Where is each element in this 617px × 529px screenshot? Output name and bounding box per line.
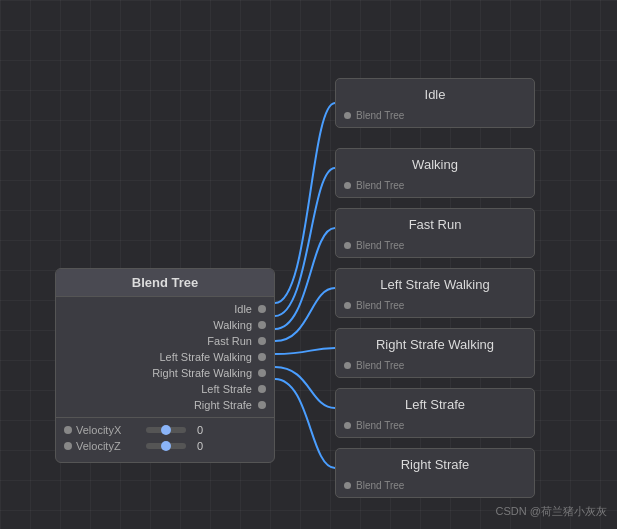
dot-walking-sub bbox=[344, 182, 351, 189]
input-velocityz[interactable]: VelocityZ 0 bbox=[64, 440, 266, 452]
dot-ls-sub bbox=[344, 422, 351, 429]
blend-tree-node[interactable]: Blend Tree Idle Walking Fast Run Left St… bbox=[55, 268, 275, 463]
node-rs-sub: Blend Tree bbox=[336, 478, 534, 497]
output-dot-lsw bbox=[258, 353, 266, 361]
watermark: CSDN @荷兰猪小灰灰 bbox=[496, 504, 607, 519]
label-velocityz: VelocityZ bbox=[76, 440, 146, 452]
node-idle-sub: Blend Tree bbox=[336, 108, 534, 127]
output-dot-idle bbox=[258, 305, 266, 313]
value-velocityz: 0 bbox=[190, 440, 210, 452]
node-ls-title: Left Strafe bbox=[336, 389, 534, 418]
output-idle: Idle bbox=[56, 301, 274, 317]
blend-tree-title: Blend Tree bbox=[56, 269, 274, 297]
slider-velocityx[interactable] bbox=[146, 427, 186, 433]
dot-fastrun-sub bbox=[344, 242, 351, 249]
output-left-strafe: Left Strafe bbox=[56, 381, 274, 397]
node-lsw-title: Left Strafe Walking bbox=[336, 269, 534, 298]
node-ls-sub: Blend Tree bbox=[336, 418, 534, 437]
dot-lsw-sub bbox=[344, 302, 351, 309]
node-fastrun-sub: Blend Tree bbox=[336, 238, 534, 257]
node-rsw-title: Right Strafe Walking bbox=[336, 329, 534, 358]
output-walking: Walking bbox=[56, 317, 274, 333]
node-idle[interactable]: Idle Blend Tree bbox=[335, 78, 535, 128]
node-right-strafe-walking[interactable]: Right Strafe Walking Blend Tree bbox=[335, 328, 535, 378]
output-right-strafe-walking: Right Strafe Walking bbox=[56, 365, 274, 381]
dot-velocityz bbox=[64, 442, 72, 450]
node-idle-title: Idle bbox=[336, 79, 534, 108]
node-fastrun[interactable]: Fast Run Blend Tree bbox=[335, 208, 535, 258]
output-dot-walking bbox=[258, 321, 266, 329]
output-dot-fastrun bbox=[258, 337, 266, 345]
node-left-strafe[interactable]: Left Strafe Blend Tree bbox=[335, 388, 535, 438]
output-left-strafe-walking: Left Strafe Walking bbox=[56, 349, 274, 365]
value-velocityx: 0 bbox=[190, 424, 210, 436]
dot-idle-sub bbox=[344, 112, 351, 119]
dot-velocityx bbox=[64, 426, 72, 434]
slider-velocityz[interactable] bbox=[146, 443, 186, 449]
label-velocityx: VelocityX bbox=[76, 424, 146, 436]
output-dot-rs bbox=[258, 401, 266, 409]
node-rs-title: Right Strafe bbox=[336, 449, 534, 478]
node-walking[interactable]: Walking Blend Tree bbox=[335, 148, 535, 198]
node-right-strafe[interactable]: Right Strafe Blend Tree bbox=[335, 448, 535, 498]
output-dot-ls bbox=[258, 385, 266, 393]
dot-rs-sub bbox=[344, 482, 351, 489]
node-left-strafe-walking[interactable]: Left Strafe Walking Blend Tree bbox=[335, 268, 535, 318]
node-walking-sub: Blend Tree bbox=[336, 178, 534, 197]
slider-thumb-velocityx bbox=[161, 425, 171, 435]
node-rsw-sub: Blend Tree bbox=[336, 358, 534, 377]
input-velocityx[interactable]: VelocityX 0 bbox=[64, 424, 266, 436]
output-right-strafe: Right Strafe bbox=[56, 397, 274, 413]
node-walking-title: Walking bbox=[336, 149, 534, 178]
dot-rsw-sub bbox=[344, 362, 351, 369]
blend-tree-outputs: Idle Walking Fast Run Left Strafe Walkin… bbox=[56, 297, 274, 417]
slider-thumb-velocityz bbox=[161, 441, 171, 451]
output-fastrun: Fast Run bbox=[56, 333, 274, 349]
node-fastrun-title: Fast Run bbox=[336, 209, 534, 238]
output-dot-rsw bbox=[258, 369, 266, 377]
node-lsw-sub: Blend Tree bbox=[336, 298, 534, 317]
blend-tree-inputs: VelocityX 0 VelocityZ 0 bbox=[56, 417, 274, 462]
